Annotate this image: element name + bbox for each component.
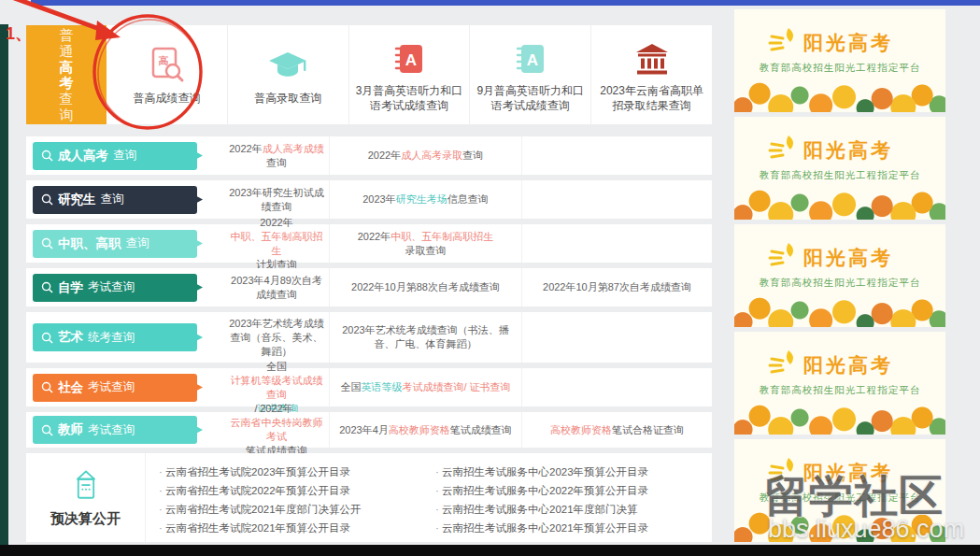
link-segment: 高校教师资格 xyxy=(389,423,450,437)
tab-label: 查询 xyxy=(59,91,74,122)
category-tag-chengren-gaokao[interactable]: 成人高考查询 xyxy=(33,142,197,170)
magnifier-icon xyxy=(41,332,53,344)
query-link[interactable]: 2022年成人高考成绩查询 xyxy=(224,136,329,175)
budget-link[interactable]: 云南招生考试服务中心2022年预算公开目录 xyxy=(435,481,712,500)
link-segment: 笔试合格证查询 xyxy=(612,423,684,437)
link-segment: 2023年艺术统考成绩查询（书法、播音、广电、体育舞蹈） xyxy=(337,323,514,351)
banner-title: 阳光高考 xyxy=(734,352,945,378)
tag-label: 统考查询 xyxy=(88,330,135,346)
service-label: 9月普高英语听力和口语考试成绩查询 xyxy=(476,83,585,113)
service-march-english-listening-query[interactable]: A 3月普高英语听力和口语考试成绩查询 xyxy=(349,25,471,124)
bottom-black-bar xyxy=(0,545,980,556)
service-pugao-admission-query[interactable]: 普高录取查询 xyxy=(228,25,349,124)
link-segment: 英语等级 xyxy=(361,380,402,394)
tab-label: 高考 xyxy=(59,59,74,91)
budget-title: 预决算公开 xyxy=(50,510,121,528)
category-tag-zixue-kaoshi[interactable]: 自学考试查询 xyxy=(33,274,197,302)
link-segment: 全国 xyxy=(266,360,287,374)
budget-link[interactable]: 云南招生考试服务中心2021年度部门决算 xyxy=(435,500,712,519)
link-segment: 查询 xyxy=(462,149,483,163)
sunshine-gaokao-banner[interactable]: 阳光高考 教育部高校招生阳光工程指定平台 xyxy=(734,117,945,220)
svg-text:A: A xyxy=(405,51,417,69)
budget-link[interactable]: 云南省招生考试院2021年预算公开目录 xyxy=(159,519,435,537)
query-link[interactable]: 2023年4月89次自考成绩查询 xyxy=(224,268,329,307)
query-link[interactable]: 全国计算机等级考试成绩查询 / 证书查询 xyxy=(224,368,329,406)
link-segment: 2022年10月第88次自考成绩查询 xyxy=(351,280,500,294)
query-link[interactable]: 2023年研究生考场信息查询 xyxy=(329,180,521,219)
budget-disclosure-card: 预决算公开 云南省招生考试院2023年预算公开目录 云南省招生考试院2022年预… xyxy=(26,453,712,542)
tag-label: 考试查询 xyxy=(88,379,135,395)
sunflower-band xyxy=(734,186,945,220)
query-row-jiaoshi-kaoshi: 教师考试查询 2022年云南省中央特岗教师考试笔试成绩查询 2023年4月高校教… xyxy=(26,412,712,448)
gaokao-services-card: 高 普高成绩查询 普高录取查询 A xyxy=(107,25,712,124)
query-link xyxy=(521,368,712,406)
tag-label: 查询 xyxy=(113,148,136,164)
query-link[interactable]: 2023年艺术统考成绩查询（书法、播音、广电、体育舞蹈） xyxy=(329,312,521,363)
sunshine-gaokao-banner[interactable]: 阳光高考 教育部高校招生阳光工程指定平台 xyxy=(734,332,945,435)
link-segment: 中职、五年制高职招生 xyxy=(391,230,493,244)
link-segment: 研究生考场 xyxy=(396,192,447,207)
sunshine-gaokao-banner[interactable]: 阳光高考 教育部高校招生阳光工程指定平台 xyxy=(734,9,945,112)
magnifier-icon xyxy=(41,150,53,162)
banner-title: 阳光高考 xyxy=(734,137,945,164)
category-tag-shehui-kaoshi[interactable]: 社会考试查询 xyxy=(33,374,197,402)
link-segment: 录取查询 xyxy=(405,244,447,258)
tab-putong-gaokao-query[interactable]: 普通 高考 查询 xyxy=(26,25,107,124)
link-segment: / 证书查询 xyxy=(463,380,510,394)
tag-label: 成人高考 xyxy=(58,148,108,164)
budget-link[interactable]: 云南省招生考试院2023年预算公开目录 xyxy=(159,463,435,481)
query-link xyxy=(521,312,712,363)
sunshine-gaokao-banner[interactable]: 阳光高考 教育部高校招生阳光工程指定平台 xyxy=(734,224,945,327)
service-gaozhi-danzhao-result-query[interactable]: 2023年云南省高职单招录取结果查询 xyxy=(591,25,712,124)
query-row-shehui-kaoshi: 社会考试查询 全国计算机等级考试成绩查询 / 证书查询 全国英语等级考试成绩查询… xyxy=(26,368,712,406)
service-label: 2023年云南省高职单招录取结果查询 xyxy=(597,83,706,113)
tag-label: 中职、高职 xyxy=(58,235,121,252)
category-tag-yishu-tongkao[interactable]: 艺术统考查询 xyxy=(33,323,197,351)
tag-label: 社会 xyxy=(58,379,83,396)
tag-arrow xyxy=(192,238,203,249)
service-label: 3月普高英语听力和口语考试成绩查询 xyxy=(355,83,464,113)
left-edge-strip xyxy=(0,24,8,545)
grad-cap-icon xyxy=(266,44,309,85)
budget-link[interactable]: 云南招生考试服务中心2021年预算公开目录 xyxy=(435,519,712,537)
link-segment: 计算机等级考试成绩查询 xyxy=(226,374,327,402)
query-link[interactable]: 2022年10月第88次自考成绩查询 xyxy=(329,268,521,307)
query-link[interactable]: 2022年中职、五年制高职招生计划查询 xyxy=(224,224,329,263)
query-row-yishu-tongkao: 艺术统考查询 2023年艺术统考成绩查询（音乐、美术、舞蹈） 2023年艺术统考… xyxy=(26,312,712,363)
budget-column-service-center: 云南招生考试服务中心2023年预算公开目录 云南招生考试服务中心2022年预算公… xyxy=(435,463,712,542)
tag-arrow xyxy=(192,194,203,206)
query-link[interactable]: 2023年艺术统考成绩查询（音乐、美术、舞蹈） xyxy=(224,312,329,363)
query-link[interactable]: 2023年研究生初试成绩查询 xyxy=(224,180,329,219)
category-tag-zhongzhi-gaozhi[interactable]: 中职、高职查询 xyxy=(33,230,197,258)
query-row-zixue-kaoshi: 自学考试查询 2023年4月89次自考成绩查询 2022年10月第88次自考成绩… xyxy=(26,268,712,307)
category-tag-yanjiusheng[interactable]: 研究生查询 xyxy=(33,186,197,214)
link-segment: 2022年 xyxy=(260,216,292,230)
query-link[interactable]: 全国英语等级考试成绩查询 / 证书查询 xyxy=(329,368,521,406)
magnifier-icon xyxy=(41,381,53,393)
service-label: 普高成绩查询 xyxy=(133,91,200,106)
tag-label: 查询 xyxy=(126,235,149,251)
link-segment: 2023年研究生初试成绩查询 xyxy=(226,186,327,214)
link-segment: 高校教师资格 xyxy=(550,423,612,437)
budget-link[interactable]: 云南省招生考试院2022年预算公开目录 xyxy=(159,481,435,500)
service-pugao-score-query[interactable]: 高 普高成绩查询 xyxy=(107,25,228,124)
service-september-english-listening-query[interactable]: A 9月普高英语听力和口语考试成绩查询 xyxy=(470,25,591,124)
query-link[interactable]: 2022年中职、五年制高职招生录取查询 xyxy=(329,224,521,263)
category-tag-jiaoshi-kaoshi[interactable]: 教师考试查询 xyxy=(33,416,197,444)
query-link xyxy=(521,224,712,263)
link-segment: 2023年 xyxy=(362,192,395,207)
tag-label: 研究生 xyxy=(58,192,96,208)
link-segment: 中职、五年制高职招生 xyxy=(226,230,327,258)
budget-link[interactable]: 云南省招生考试院2021年度部门决算公开 xyxy=(159,500,435,519)
link-segment: 2022年 xyxy=(260,402,292,416)
ballot-box-icon xyxy=(67,467,105,505)
query-link[interactable]: 2023年4月高校教师资格笔试成绩查询 xyxy=(329,412,521,448)
banner-subtitle: 教育部高校招生阳光工程指定平台 xyxy=(734,62,945,75)
tag-label: 艺术 xyxy=(58,329,83,346)
query-link[interactable]: 2022年云南省中央特岗教师考试笔试成绩查询 xyxy=(224,412,329,448)
link-segment: 信息查询 xyxy=(447,192,489,207)
query-link[interactable]: 高校教师资格笔试合格证查询 xyxy=(521,412,712,448)
query-link[interactable]: 2022年成人高考录取查询 xyxy=(329,136,521,175)
query-link[interactable]: 2022年10月第87次自考成绩查询 xyxy=(521,268,712,307)
budget-link[interactable]: 云南招生考试服务中心2023年预算公开目录 xyxy=(435,463,712,481)
